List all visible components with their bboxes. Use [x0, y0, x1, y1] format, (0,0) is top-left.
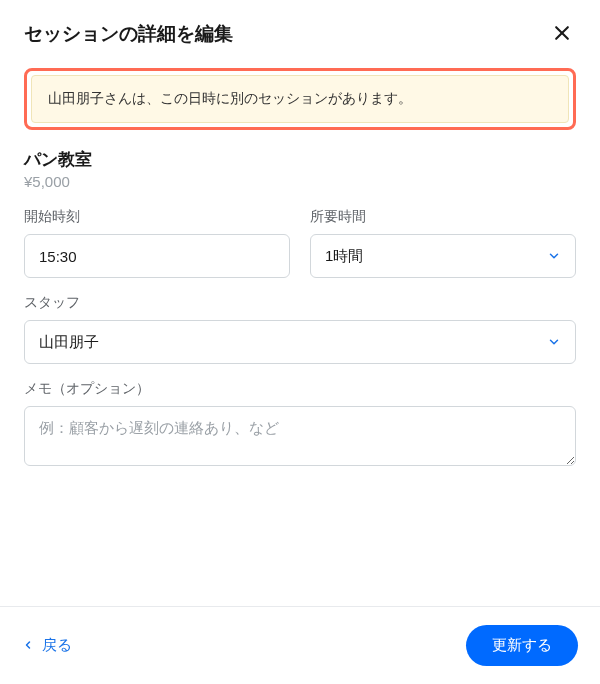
memo-label: メモ（オプション） [24, 380, 576, 398]
back-label: 戻る [42, 636, 72, 655]
modal-content: 山田朋子さんは、この日時に別のセッションがあります。 パン教室 ¥5,000 開… [0, 60, 600, 606]
memo-textarea[interactable] [24, 406, 576, 466]
conflict-alert: 山田朋子さんは、この日時に別のセッションがあります。 [31, 75, 569, 123]
staff-select[interactable]: 山田朋子 [24, 320, 576, 364]
staff-label: スタッフ [24, 294, 576, 312]
close-button[interactable] [548, 20, 576, 48]
chevron-down-icon [547, 249, 561, 263]
duration-group: 所要時間 1時間 [310, 208, 576, 278]
time-duration-row: 開始時刻 所要時間 1時間 [24, 208, 576, 278]
staff-value: 山田朋子 [39, 333, 99, 352]
chevron-left-icon [22, 637, 34, 654]
modal-header: セッションの詳細を編集 [0, 0, 600, 60]
chevron-down-icon [547, 335, 561, 349]
modal-title: セッションの詳細を編集 [24, 21, 233, 47]
duration-label: 所要時間 [310, 208, 576, 226]
duration-value: 1時間 [325, 247, 363, 266]
session-price: ¥5,000 [24, 173, 576, 190]
update-button[interactable]: 更新する [466, 625, 578, 666]
memo-group: メモ（オプション） [24, 380, 576, 466]
staff-group: スタッフ 山田朋子 [24, 294, 576, 364]
modal-footer: 戻る 更新する [0, 606, 600, 684]
close-icon [552, 23, 572, 46]
alert-message: 山田朋子さんは、この日時に別のセッションがあります。 [48, 90, 412, 106]
start-time-label: 開始時刻 [24, 208, 290, 226]
duration-select[interactable]: 1時間 [310, 234, 576, 278]
alert-highlight: 山田朋子さんは、この日時に別のセッションがあります。 [24, 68, 576, 130]
back-button[interactable]: 戻る [22, 636, 72, 655]
session-name: パン教室 [24, 148, 576, 171]
start-time-group: 開始時刻 [24, 208, 290, 278]
update-label: 更新する [492, 636, 552, 653]
start-time-input[interactable] [24, 234, 290, 278]
